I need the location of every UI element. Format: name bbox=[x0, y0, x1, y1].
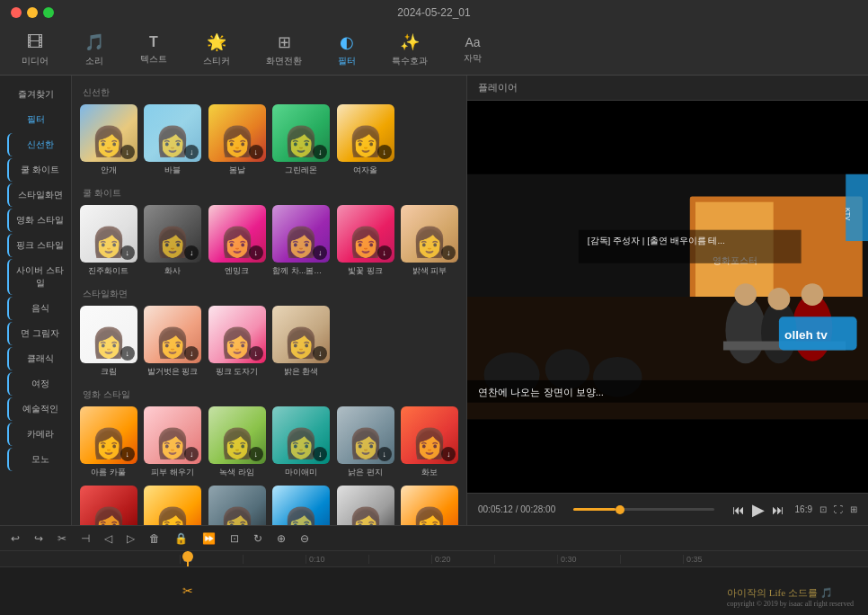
filter-bubble[interactable]: 👩 ↓ 바블 bbox=[144, 104, 203, 176]
tool-transition[interactable]: ⊞ 화면전환 bbox=[259, 29, 309, 71]
ruler-mark-2: 0:10 bbox=[306, 555, 368, 564]
sidebar-item-style-film[interactable]: 스타일화면 bbox=[7, 183, 67, 207]
ruler-mark-6: 0:30 bbox=[557, 555, 620, 564]
maximize-button[interactable] bbox=[43, 7, 54, 18]
sidebar-item-pink-style[interactable]: 핑크 스타일 bbox=[7, 234, 67, 257]
sidebar-item-fresh[interactable]: 신선한 bbox=[7, 133, 67, 156]
step-forward-button[interactable]: ⏭ bbox=[772, 503, 784, 517]
filter-nude[interactable]: 👩 ↓ 밝색 피부 bbox=[401, 205, 460, 277]
main-toolbar: 🎞 미디어 🎵 소리 T 텍스트 🌟 스티커 ⊞ 화면전환 ◐ 필터 ✨ 특수호… bbox=[0, 25, 868, 76]
filter-nude2[interactable]: 👩 ↓ 발거벗은 핑크 bbox=[144, 306, 203, 378]
play-button[interactable]: ▶ bbox=[752, 500, 765, 520]
fit-icon[interactable]: ⊡ bbox=[819, 504, 827, 514]
main-area: 즐겨찾기 필터 신선한 쿨 화이트 스타일화면 영화 스타일 핑크 스타일 사이… bbox=[0, 76, 868, 525]
filter-moonlight[interactable]: 👩 ↓ 달빛 bbox=[208, 486, 267, 525]
fullscreen-icon[interactable]: ⛶ bbox=[834, 504, 843, 514]
minimize-button[interactable] bbox=[27, 7, 38, 18]
filter-girl[interactable]: 👩 ↓ 여자올 bbox=[336, 104, 395, 176]
prev-frame-button[interactable]: ◁ bbox=[101, 530, 116, 547]
window-controls[interactable] bbox=[11, 7, 54, 18]
sidebar-item-classic[interactable]: 클래식 bbox=[7, 347, 67, 370]
filter-miami[interactable]: 👩 ↓ 마이애미 bbox=[272, 406, 332, 478]
sidebar-item-mono[interactable]: 모노 bbox=[7, 448, 67, 471]
filter-grid-style: 👩 ↓ 크림 👩 ↓ 발거벗은 핑크 👩 ↓ 핑크 도자기 bbox=[79, 306, 459, 378]
playback-controls: ⏮ ▶ ⏭ bbox=[732, 500, 784, 520]
effect-icon: ✨ bbox=[400, 32, 420, 52]
filter-cream[interactable]: 👩 ↓ 크림 bbox=[79, 306, 138, 378]
filter-ceramics[interactable]: 👩 ↓ 밝은 환색 bbox=[272, 306, 332, 378]
ruler-mark-7 bbox=[620, 555, 683, 564]
sidebar-item-movie-style[interactable]: 영화 스타일 bbox=[7, 209, 67, 232]
tool-effect[interactable]: ✨ 특수호과 bbox=[385, 29, 435, 71]
sticker-icon: 🌟 bbox=[207, 32, 226, 52]
filter-pink[interactable]: 👩 ↓ 엔밍크 bbox=[208, 205, 267, 277]
tool-text[interactable]: T 텍스트 bbox=[133, 31, 174, 69]
filter-pearl[interactable]: 👩 ↓ 진주화이트 bbox=[79, 205, 138, 277]
filter-flat[interactable]: 👩 ↓ 낡은 편지 bbox=[336, 406, 395, 478]
crop-button[interactable]: ⊡ bbox=[226, 530, 243, 547]
filter-dye[interactable]: 👩 ↓ 되색 bbox=[79, 486, 138, 525]
ruler-mark-5 bbox=[494, 555, 557, 564]
progress-bar[interactable] bbox=[573, 508, 713, 511]
split-button[interactable]: ⊣ bbox=[77, 530, 93, 547]
more-icon[interactable]: ⊞ bbox=[850, 504, 857, 514]
filter-pink2[interactable]: 👩 ↓ 핑크 도자기 bbox=[208, 306, 267, 378]
delete-button[interactable]: 🗑 bbox=[146, 530, 164, 547]
close-button[interactable] bbox=[11, 7, 22, 18]
sidebar-item-artistic[interactable]: 예술적인 bbox=[7, 397, 67, 421]
sidebar-item-favorites[interactable]: 즐겨찾기 bbox=[4, 83, 67, 106]
filter-grid-more: 👩 ↓ 되색 👩 ↓ 비스듬한 태양 👩 ↓ 달빛 bbox=[79, 486, 459, 525]
filter-fire[interactable]: 👩 ↓ 화보 bbox=[401, 406, 460, 478]
lock-button[interactable]: 🔒 bbox=[171, 530, 191, 547]
sidebar-item-mono-shadow[interactable]: 면 그림자 bbox=[7, 322, 67, 345]
tool-media[interactable]: 🎞 미디어 bbox=[14, 30, 56, 71]
filter-grid-cool: 👩 ↓ 진주화이트 👩 ↓ 화사 👩 ↓ 엔밍크 bbox=[79, 205, 459, 277]
cut-button[interactable]: ✂ bbox=[54, 530, 70, 547]
filter-fog[interactable]: 👩 ↓ 안개 bbox=[79, 104, 138, 176]
video-frame: 영화포스터 olleh tv bbox=[467, 101, 868, 493]
filter-greenlemon[interactable]: 👩 ↓ 그린레몬 bbox=[272, 104, 332, 176]
subtitle-icon: Aa bbox=[465, 35, 480, 49]
zoom-out-button[interactable]: ⊖ bbox=[297, 530, 313, 547]
sidebar-item-food[interactable]: 음식 bbox=[7, 297, 67, 320]
next-frame-button[interactable]: ▷ bbox=[123, 530, 138, 547]
filter-lime[interactable]: 👩 ↓ 녹색 라임 bbox=[208, 406, 267, 478]
filter-blossom[interactable]: 👩 ↓ 빛꽃 핑크 bbox=[336, 205, 395, 277]
section-style-title: 스타일화면 bbox=[79, 284, 459, 306]
playhead-marker bbox=[182, 551, 193, 562]
filter-bw[interactable]: 👩 ↓ 화사 bbox=[144, 205, 203, 277]
sidebar-item-cyber-style[interactable]: 사이버 스타일 bbox=[7, 259, 67, 295]
tool-audio[interactable]: 🎵 소리 bbox=[77, 29, 111, 71]
svg-text:[감독] 주성자 | [출연 배우이름 테...: [감독] 주성자 | [출연 배우이름 테... bbox=[588, 236, 725, 245]
zoom-in-button[interactable]: ⊕ bbox=[273, 530, 289, 547]
sidebar-item-camera[interactable]: 카메라 bbox=[7, 423, 67, 446]
time-current: 00:05:12 / 00:28:00 bbox=[478, 504, 555, 514]
playhead[interactable] bbox=[187, 551, 189, 566]
filter-warm[interactable]: 👩 ↓ 따뜻한 태양 bbox=[401, 486, 460, 525]
preview-video: 영화포스터 olleh tv bbox=[467, 101, 868, 493]
progress-handle[interactable] bbox=[616, 505, 624, 514]
rotate-button[interactable]: ↻ bbox=[250, 530, 266, 547]
filter-spring[interactable]: 👩 ↓ 봄날 bbox=[208, 104, 267, 176]
filter-summer2[interactable]: 👩 ↓ 아름 카풀 bbox=[79, 406, 138, 478]
timeline-ruler: 30 0:10 0:20 0:30 0:35 bbox=[0, 551, 868, 567]
tool-subtitle[interactable]: Aa 자막 bbox=[456, 31, 489, 68]
preview-options: 16:9 ⊡ ⛶ ⊞ bbox=[795, 504, 857, 514]
audio-icon: 🎵 bbox=[84, 32, 104, 52]
sidebar-item-filter[interactable]: 필터 bbox=[4, 108, 67, 131]
filter-grid-movie: 👩 ↓ 아름 카풀 👩 ↓ 피부 해우기 👩 ↓ 녹색 라임 bbox=[79, 406, 459, 478]
tool-sticker[interactable]: 🌟 스티커 bbox=[196, 29, 237, 71]
text-icon: T bbox=[149, 34, 158, 50]
sidebar-item-cool-white[interactable]: 쿨 화이트 bbox=[7, 158, 67, 182]
redo-button[interactable]: ↪ bbox=[31, 530, 47, 547]
filter-violet[interactable]: 👩 ↓ 함께 차...봄꽃놀이 bbox=[272, 205, 332, 277]
filter-sun[interactable]: 👩 ↓ 비스듬한 태양 bbox=[144, 486, 203, 525]
tool-filter[interactable]: ◐ 필터 bbox=[331, 29, 363, 71]
undo-button[interactable]: ↩ bbox=[7, 530, 23, 547]
filter-ripple[interactable]: 👩 ↓ 잎물 bbox=[336, 486, 395, 525]
speed-button[interactable]: ⏩ bbox=[199, 530, 219, 547]
filter-cold[interactable]: 👩 ↓ 차가운 형영 bbox=[272, 486, 332, 525]
sidebar-item-travel[interactable]: 여정 bbox=[7, 372, 67, 396]
filter-skin[interactable]: 👩 ↓ 피부 해우기 bbox=[144, 406, 203, 478]
step-back-button[interactable]: ⏮ bbox=[732, 503, 745, 517]
